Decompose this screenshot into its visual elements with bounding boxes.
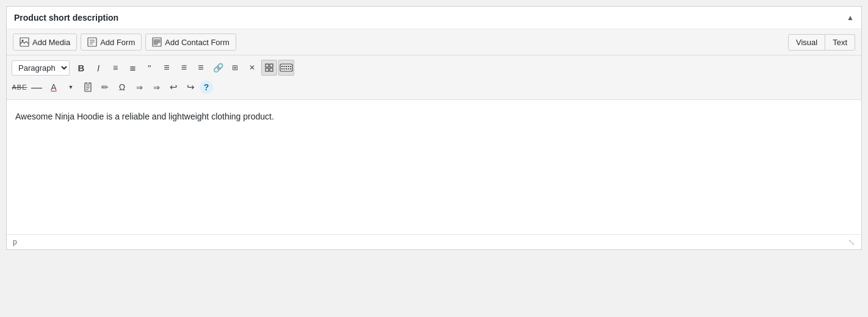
- link-button[interactable]: 🔗: [210, 60, 226, 76]
- undo-button[interactable]: ↩: [165, 79, 181, 95]
- align-center-button[interactable]: ≡: [176, 60, 192, 76]
- table-button[interactable]: ⊞: [227, 60, 243, 76]
- help-button[interactable]: ?: [200, 80, 213, 94]
- add-form-button[interactable]: Add Form: [81, 34, 142, 51]
- add-form-label: Add Form: [100, 38, 135, 47]
- keyboard-icon: [280, 63, 293, 73]
- add-contact-form-icon: [152, 37, 162, 47]
- editor-content-area[interactable]: Awesome Ninja Hoodie is a reliable and l…: [7, 100, 861, 234]
- svg-rect-22: [286, 68, 287, 69]
- svg-rect-0: [20, 38, 29, 46]
- outdent-button[interactable]: ⇒: [148, 79, 164, 95]
- add-media-icon: [20, 37, 29, 47]
- ordered-list-button[interactable]: ≣: [125, 60, 140, 76]
- svg-rect-7: [154, 40, 160, 41]
- svg-rect-11: [270, 64, 273, 67]
- editor-footer: p ⤡: [7, 234, 861, 249]
- strikethrough-button[interactable]: ABE: [12, 79, 27, 95]
- editor-tag-indicator: p: [13, 238, 17, 246]
- redo-button[interactable]: ↪: [183, 79, 198, 95]
- editor-toolbar: Paragraph Heading 1 Heading 2 Heading 3 …: [7, 55, 861, 100]
- svg-rect-10: [266, 64, 269, 67]
- toolbar-left: Add Media Add Form: [13, 34, 236, 51]
- svg-rect-23: [288, 68, 289, 69]
- svg-rect-19: [290, 66, 291, 67]
- add-media-label: Add Media: [32, 38, 70, 47]
- paste-text-button[interactable]: [80, 79, 96, 95]
- horizontal-rule-button[interactable]: —: [29, 79, 45, 95]
- svg-rect-17: [286, 66, 287, 67]
- add-media-button[interactable]: Add Media: [13, 34, 77, 51]
- toolbar-row-2: ABE — A ▼ ✏ Ω ⇒ ⇒ ↩ ↪ ?: [12, 77, 856, 97]
- indent-button[interactable]: ⇒: [131, 79, 147, 95]
- svg-rect-14: [280, 64, 292, 71]
- visual-view-button[interactable]: Visual: [788, 34, 825, 51]
- svg-rect-12: [266, 68, 269, 71]
- svg-rect-8: [154, 41, 160, 43]
- collapse-arrow-icon[interactable]: ▲: [847, 13, 854, 22]
- svg-rect-15: [281, 66, 283, 67]
- paste-text-icon: [83, 82, 93, 92]
- align-right-button[interactable]: ≡: [193, 60, 209, 76]
- panel-header: Product short description ▲: [7, 7, 861, 29]
- svg-rect-26: [86, 82, 90, 84]
- grid-icon: [264, 63, 274, 73]
- product-short-description-panel: Product short description ▲ Add Media: [6, 6, 862, 250]
- add-contact-form-label: Add Contact Form: [165, 38, 230, 47]
- toolbar-row-1: Paragraph Heading 1 Heading 2 Heading 3 …: [12, 58, 856, 77]
- svg-rect-13: [270, 68, 273, 71]
- main-toolbar-row: Add Media Add Form: [7, 29, 861, 55]
- svg-rect-18: [288, 66, 289, 67]
- svg-rect-9: [154, 43, 157, 45]
- view-toggle: Visual Text: [788, 34, 855, 51]
- blockquote-button[interactable]: ": [142, 60, 157, 76]
- editor-text: Awesome Ninja Hoodie is a reliable and l…: [15, 110, 853, 123]
- format-select[interactable]: Paragraph Heading 1 Heading 2 Heading 3: [12, 60, 70, 76]
- resize-handle-icon[interactable]: ⤡: [848, 237, 855, 247]
- color-dropdown-button[interactable]: ▼: [63, 79, 79, 95]
- keyboard-button[interactable]: [278, 60, 294, 76]
- column-button[interactable]: ✕: [244, 60, 260, 76]
- clear-formatting-button[interactable]: ✏: [97, 79, 113, 95]
- grid-button[interactable]: [261, 60, 277, 76]
- add-form-icon: [87, 37, 97, 47]
- italic-button[interactable]: I: [90, 60, 106, 76]
- svg-rect-24: [290, 68, 291, 69]
- svg-rect-20: [281, 68, 283, 69]
- unordered-list-button[interactable]: ≡: [107, 60, 123, 76]
- bold-button[interactable]: B: [73, 60, 89, 76]
- svg-rect-16: [284, 66, 285, 67]
- text-color-button[interactable]: A: [46, 79, 62, 95]
- add-contact-form-button[interactable]: Add Contact Form: [145, 34, 236, 51]
- svg-rect-21: [284, 68, 285, 69]
- special-char-button[interactable]: Ω: [114, 79, 130, 95]
- panel-title: Product short description: [14, 13, 118, 23]
- text-view-button[interactable]: Text: [825, 34, 855, 51]
- align-left-button[interactable]: ≡: [159, 60, 175, 76]
